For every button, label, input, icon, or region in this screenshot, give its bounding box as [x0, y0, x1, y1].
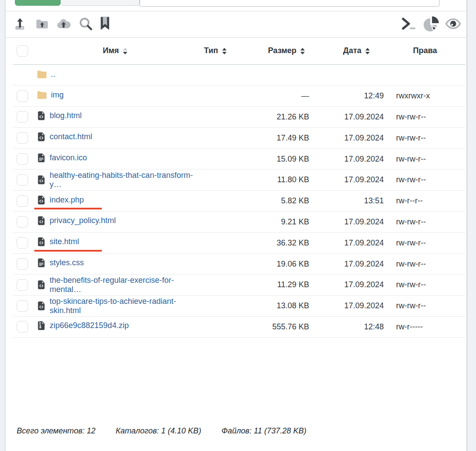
- file-type: [196, 296, 234, 317]
- summary-dirs: Каталогов: 1 (4.10 KB): [116, 426, 202, 436]
- file-size: [234, 65, 310, 86]
- cloud-upload-button[interactable]: [56, 17, 71, 32]
- file-name: privacy_policy.html: [50, 216, 116, 225]
- file-date: 17.09.2024: [310, 253, 385, 274]
- file-row: privacy_policy.html 9.21 KB 17.09.2024 r…: [13, 212, 465, 233]
- file-type: [196, 191, 234, 212]
- search-button[interactable]: [79, 17, 93, 32]
- row-checkbox[interactable]: [17, 258, 28, 270]
- row-checkbox[interactable]: [17, 300, 28, 312]
- file-code-icon: [37, 111, 46, 120]
- file-date: 17.09.2024: [310, 107, 385, 128]
- file-date: 12:49: [310, 86, 385, 107]
- file-link[interactable]: index.php: [37, 195, 84, 205]
- row-checkbox[interactable]: [17, 216, 28, 227]
- summary-files: Файлов: 11 (737.28 KB): [221, 426, 307, 436]
- summary-footer: Всего элементов: 12 Каталогов: 1 (4.10 K…: [17, 426, 307, 436]
- file-date: [310, 65, 385, 86]
- new-folder-button[interactable]: [36, 17, 49, 32]
- file-manager-panel: Имя Тип Размер Дата Права .. img: [6, 0, 466, 451]
- modified-underline: [34, 250, 102, 252]
- file-row: index.php 5.82 KB 13:51 rw-r--r--: [13, 191, 465, 212]
- file-link[interactable]: ..: [37, 70, 55, 79]
- column-header-size[interactable]: Размер: [234, 37, 310, 65]
- left-gutter: [0, 0, 5, 451]
- row-checkbox[interactable]: [17, 90, 28, 102]
- file-name: index.php: [50, 195, 84, 205]
- terminal-button[interactable]: [401, 18, 417, 31]
- file-date: 17.09.2024: [310, 232, 385, 253]
- file-link[interactable]: healthy-eating-habits-that-can-transform…: [37, 171, 196, 189]
- file-name: styles.css: [50, 258, 84, 267]
- upload-button[interactable]: [15, 17, 28, 32]
- file-code-icon: [37, 237, 46, 246]
- file-type: [196, 253, 234, 274]
- disk-usage-button[interactable]: [423, 15, 440, 33]
- file-row: contact.html 17.49 KB 17.09.2024 rw-rw-r…: [13, 127, 465, 148]
- terminal-icon: [401, 18, 417, 31]
- row-checkbox[interactable]: [17, 321, 28, 332]
- select-all-checkbox[interactable]: [17, 45, 28, 57]
- file-link[interactable]: favicon.ico: [37, 153, 87, 162]
- file-link[interactable]: privacy_policy.html: [37, 216, 116, 225]
- row-checkbox[interactable]: [17, 111, 28, 123]
- file-date: 12:48: [310, 317, 385, 338]
- file-link[interactable]: zip66e9c882159d4.zip: [37, 321, 129, 330]
- file-perms: rwxrwxr-x: [385, 86, 465, 107]
- file-size: 17.49 KB: [234, 127, 310, 148]
- cloud-upload-icon: [56, 17, 71, 32]
- path-input[interactable]: [140, 0, 440, 7]
- active-tab[interactable]: [15, 0, 61, 6]
- sort-icon: [300, 48, 305, 54]
- row-checkbox[interactable]: [17, 195, 28, 207]
- file-date: 13:51: [310, 191, 385, 212]
- file-link[interactable]: styles.css: [37, 258, 84, 267]
- file-perms: rw-rw-r--: [385, 148, 465, 170]
- file-date: 17.09.2024: [310, 212, 385, 233]
- row-checkbox[interactable]: [17, 174, 28, 186]
- file-link[interactable]: the-benefits-of-regular-exercise-for-men…: [37, 276, 196, 294]
- eye-icon: [445, 17, 461, 32]
- file-name: the-benefits-of-regular-exercise-for-men…: [50, 276, 196, 294]
- file-link[interactable]: img: [37, 90, 64, 100]
- file-code-icon: [37, 175, 46, 184]
- file-size: 9.21 KB: [234, 212, 310, 233]
- row-checkbox[interactable]: [17, 132, 28, 144]
- file-perms: rw-rw-r--: [385, 170, 465, 191]
- header-label: Имя: [103, 46, 119, 55]
- header-label: Тип: [204, 46, 218, 55]
- file-link[interactable]: blog.html: [37, 111, 82, 120]
- pie-chart-icon: [423, 15, 440, 33]
- file-link[interactable]: top-skincare-tips-to-achieve-radiant-ski…: [37, 297, 196, 315]
- file-name: blog.html: [50, 111, 82, 120]
- hidden-files-button[interactable]: [445, 17, 461, 32]
- file-type: [196, 86, 234, 107]
- column-header-type[interactable]: Тип: [196, 37, 234, 65]
- file-type: [196, 170, 234, 191]
- file-zip-icon: [37, 321, 46, 330]
- row-checkbox[interactable]: [17, 153, 28, 165]
- inactive-tab[interactable]: [61, 0, 140, 6]
- file-link[interactable]: contact.html: [37, 132, 92, 141]
- file-link[interactable]: site.html: [37, 237, 79, 246]
- file-code-icon: [37, 216, 46, 225]
- file-date: 17.09.2024: [310, 274, 385, 296]
- folder-upload-icon: [36, 17, 49, 32]
- file-size: 21.26 KB: [234, 107, 310, 128]
- column-header-date[interactable]: Дата: [310, 37, 385, 65]
- column-header-name[interactable]: Имя: [34, 37, 196, 65]
- file-date: 17.09.2024: [310, 148, 385, 170]
- file-type: [196, 212, 234, 233]
- row-checkbox[interactable]: [17, 237, 28, 249]
- folder-icon: [37, 91, 47, 99]
- file-type: [196, 148, 234, 170]
- sort-icon: [123, 48, 127, 54]
- file-perms: rw-rw-r--: [385, 232, 465, 253]
- row-checkbox[interactable]: [17, 279, 28, 291]
- file-row: img — 12:49 rwxrwxr-x: [13, 86, 465, 107]
- file-size: 5.82 KB: [234, 191, 310, 212]
- right-scrollbar-track[interactable]: [467, 0, 476, 451]
- bookmark-button[interactable]: [100, 17, 110, 32]
- file-type: [196, 274, 234, 296]
- header-label: Размер: [268, 46, 296, 55]
